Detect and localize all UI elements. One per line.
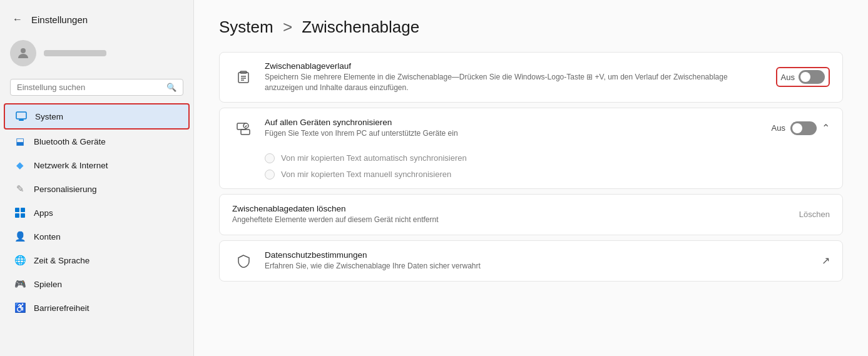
delete-card: Zwischenablagedaten löschen Angeheftete … bbox=[219, 194, 843, 235]
user-name-placeholder bbox=[44, 50, 106, 56]
sync-control: Aus ⌃ bbox=[772, 121, 830, 135]
bluetooth-icon: ⬓ bbox=[14, 135, 26, 148]
sidebar-item-personalization-label: Personalisierung bbox=[34, 185, 97, 194]
svg-rect-13 bbox=[241, 130, 250, 135]
svg-rect-5 bbox=[15, 213, 19, 218]
clipboard-history-desc: Speichern Sie mehrere Elemente in die Zw… bbox=[265, 72, 766, 93]
main-content: System > Zwischenablage Zwischenablageve… bbox=[194, 0, 868, 356]
sidebar-nav: System ⬓ Bluetooth & Geräte ◆ Netzwerk &… bbox=[0, 103, 193, 320]
clipboard-history-control: Aus bbox=[776, 67, 830, 87]
sidebar-item-network[interactable]: ◆ Netzwerk & Internet bbox=[4, 153, 190, 177]
user-section bbox=[0, 33, 193, 74]
svg-rect-8 bbox=[238, 73, 248, 83]
svg-rect-6 bbox=[21, 213, 25, 218]
sync-radio-section: Von mir kopierten Text automatisch synch… bbox=[220, 148, 842, 188]
privacy-card: Datenschutzbestimmungen Erfahren Sie, wi… bbox=[219, 240, 843, 282]
sync-icon bbox=[232, 117, 255, 140]
sidebar-item-apps[interactable]: Apps bbox=[4, 201, 190, 225]
sidebar-item-bluetooth[interactable]: ⬓ Bluetooth & Geräte bbox=[4, 130, 190, 153]
breadcrumb-separator: > bbox=[283, 18, 292, 36]
sidebar-item-network-label: Netzwerk & Internet bbox=[34, 161, 108, 170]
delete-text: Zwischenablagedaten löschen Angeheftete … bbox=[232, 204, 789, 225]
sync-text: Auf allen Geräten synchronisieren Fügen … bbox=[265, 118, 762, 139]
sidebar-item-accessibility-label: Barrierefreiheit bbox=[34, 303, 89, 313]
clipboard-history-icon bbox=[232, 66, 255, 88]
back-button[interactable]: ← bbox=[10, 11, 25, 28]
delete-desc: Angeheftete Elemente werden auf diesem G… bbox=[232, 215, 789, 225]
delete-button[interactable]: Löschen bbox=[799, 210, 830, 219]
accessibility-icon: ♿ bbox=[14, 302, 26, 314]
delete-row: Zwischenablagedaten löschen Angeheftete … bbox=[220, 195, 842, 235]
privacy-desc: Erfahren Sie, wie die Zwischenablage Ihr… bbox=[265, 261, 812, 272]
sync-slider bbox=[790, 121, 817, 135]
personalization-icon: ✎ bbox=[14, 183, 26, 195]
sync-desc: Fügen Sie Texte von Ihrem PC auf unterst… bbox=[265, 128, 762, 139]
delete-control: Löschen bbox=[799, 210, 830, 219]
network-icon: ◆ bbox=[14, 159, 26, 171]
clipboard-history-text: Zwischenablageverlauf Speichern Sie mehr… bbox=[265, 61, 766, 93]
delete-title: Zwischenablagedaten löschen bbox=[232, 204, 789, 213]
svg-point-14 bbox=[243, 123, 248, 128]
radio-auto-sync[interactable]: Von mir kopierten Text automatisch synch… bbox=[265, 153, 830, 163]
svg-rect-4 bbox=[21, 208, 25, 212]
radio-manual-sync[interactable]: Von mir kopierten Text manuell synchroni… bbox=[265, 170, 830, 180]
sidebar-item-gaming-label: Spielen bbox=[34, 280, 62, 289]
sidebar: ← Einstellungen 🔍 System ⬓ Bluetooth & G… bbox=[0, 0, 194, 356]
privacy-icon bbox=[232, 250, 255, 272]
sync-chevron-icon: ⌃ bbox=[822, 122, 830, 134]
privacy-control: ↗ bbox=[822, 255, 830, 267]
settings-title: Einstellungen bbox=[31, 14, 88, 25]
radio-manual-sync-input[interactable] bbox=[265, 170, 275, 180]
sidebar-item-accounts[interactable]: 👤 Konten bbox=[4, 225, 190, 248]
sidebar-item-personalization[interactable]: ✎ Personalisierung bbox=[4, 177, 190, 201]
radio-manual-sync-label: Von mir kopierten Text manuell synchroni… bbox=[281, 170, 451, 179]
search-box[interactable]: 🔍 bbox=[10, 79, 183, 96]
svg-rect-3 bbox=[15, 208, 19, 212]
sidebar-item-system[interactable]: System bbox=[4, 103, 190, 130]
privacy-text: Datenschutzbestimmungen Erfahren Sie, wi… bbox=[265, 250, 812, 272]
radio-auto-sync-label: Von mir kopierten Text automatisch synch… bbox=[281, 153, 467, 163]
external-link-icon[interactable]: ↗ bbox=[822, 255, 830, 267]
time-icon: 🌐 bbox=[14, 254, 26, 267]
sidebar-item-time-label: Zeit & Sprache bbox=[34, 256, 89, 265]
sidebar-item-time[interactable]: 🌐 Zeit & Sprache bbox=[4, 248, 190, 272]
svg-rect-1 bbox=[16, 112, 26, 119]
avatar bbox=[10, 40, 36, 66]
breadcrumb-system: System bbox=[219, 18, 273, 36]
page-title: System > Zwischenablage bbox=[219, 18, 843, 37]
sidebar-item-bluetooth-label: Bluetooth & Geräte bbox=[34, 137, 106, 146]
accounts-icon: 👤 bbox=[14, 230, 26, 243]
system-icon bbox=[15, 110, 28, 123]
clipboard-history-toggle[interactable] bbox=[799, 70, 825, 84]
sync-card: Auf allen Geräten synchronisieren Fügen … bbox=[219, 108, 843, 189]
clipboard-history-title: Zwischenablageverlauf bbox=[265, 61, 766, 71]
sidebar-item-accounts-label: Konten bbox=[34, 232, 61, 242]
search-input[interactable] bbox=[17, 83, 161, 92]
sync-toggle-label: Aus bbox=[772, 123, 785, 133]
sidebar-item-apps-label: Apps bbox=[34, 208, 53, 218]
sync-row: Auf allen Geräten synchronisieren Fügen … bbox=[220, 108, 842, 148]
svg-rect-2 bbox=[19, 120, 24, 121]
sync-toggle[interactable] bbox=[790, 121, 817, 135]
search-icon: 🔍 bbox=[166, 83, 176, 92]
clipboard-history-toggle-label: Aus bbox=[781, 73, 795, 82]
sidebar-item-system-label: System bbox=[35, 112, 63, 121]
sidebar-item-gaming[interactable]: 🎮 Spielen bbox=[4, 272, 190, 296]
svg-point-0 bbox=[21, 48, 26, 53]
breadcrumb-clipboard: Zwischenablage bbox=[302, 18, 419, 36]
sync-title: Auf allen Geräten synchronisieren bbox=[265, 118, 762, 127]
sidebar-header: ← Einstellungen bbox=[0, 0, 193, 33]
clipboard-history-slider bbox=[799, 70, 825, 84]
radio-auto-sync-input[interactable] bbox=[265, 153, 275, 163]
clipboard-history-row: Zwischenablageverlauf Speichern Sie mehr… bbox=[220, 53, 842, 102]
gaming-icon: 🎮 bbox=[14, 278, 26, 290]
privacy-row: Datenschutzbestimmungen Erfahren Sie, wi… bbox=[220, 241, 842, 281]
sidebar-item-accessibility[interactable]: ♿ Barrierefreiheit bbox=[4, 296, 190, 320]
privacy-title: Datenschutzbestimmungen bbox=[265, 250, 812, 260]
apps-icon bbox=[14, 206, 26, 219]
clipboard-history-card: Zwischenablageverlauf Speichern Sie mehr… bbox=[219, 52, 843, 103]
